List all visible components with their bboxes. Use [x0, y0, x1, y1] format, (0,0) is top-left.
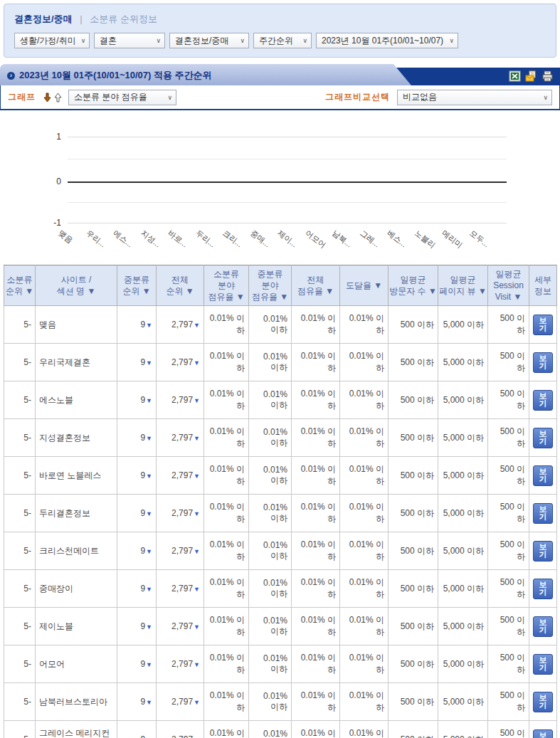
cell-daily-session-visit: 500 이하 [488, 457, 529, 495]
filter-panel: 결혼정보/중매 | 소분류 순위정보 생활/가정/취미∨ 결혼∨ 결혼정보/중매… [4, 4, 556, 58]
cell-total-share: 0.01% 이하 [292, 645, 340, 683]
cell-total-rank: 2,797▼ [157, 419, 204, 457]
cell-daily-pageviews: 5,000 이하 [438, 532, 488, 570]
sort-desc-arrow-icon[interactable] [43, 93, 52, 102]
tab-separator: | [80, 14, 82, 24]
sort-asc-arrow-icon[interactable] [53, 93, 63, 102]
view-detail-button[interactable]: 보기 [533, 390, 553, 411]
column-header[interactable]: 일평균방문자 수 ▼ [389, 265, 438, 306]
column-header[interactable]: 세부정보 [529, 265, 557, 306]
mail-icon[interactable] [525, 70, 537, 82]
cell-daily-visitors: 500 이하 [389, 570, 438, 608]
table-row: 5-중매장이9▼2,797▼0.01% 이하0.01% 이하0.01% 이하0.… [4, 570, 557, 608]
view-detail-button[interactable]: 보기 [533, 428, 553, 448]
view-detail-button[interactable]: 보기 [533, 503, 553, 524]
cell-daily-visitors: 500 이하 [389, 608, 438, 645]
table-row: 5-맺음9▼2,797▼0.01% 이하0.01% 이하0.01% 이하0.01… [4, 306, 557, 344]
down-triangle-icon: ▼ [194, 548, 200, 555]
excel-icon[interactable] [509, 70, 521, 82]
x-axis-label: 에스... [111, 228, 135, 250]
cell-site-name: 지성결혼정보 [36, 419, 117, 457]
cell-daily-pageviews: 5,000 이하 [438, 344, 488, 381]
cell-total-rank: 2,797▼ [157, 721, 204, 738]
cell-mid-rank: 9▼ [117, 419, 157, 457]
select-week[interactable]: 2023년 10월 01주(10/01~10/07)∨ [316, 33, 458, 48]
cell-mid-share: 0.01% 이하 [249, 381, 292, 419]
column-header[interactable]: 전체점유율 ▼ [292, 265, 340, 306]
gridline [68, 159, 507, 159]
column-header[interactable]: 도달율 ▼ [340, 265, 389, 306]
cell-sub-share: 0.01% 이하 [204, 570, 249, 608]
cell-detail: 보기 [529, 721, 557, 738]
cell-mid-rank: 9▼ [117, 645, 157, 683]
tab-category-current[interactable]: 결혼정보/중매 [14, 14, 73, 24]
cell-daily-pageviews: 5,000 이하 [438, 608, 488, 645]
cell-reach: 0.01% 이하 [340, 419, 389, 457]
select-top-category[interactable]: 생활/가정/취미∨ [14, 33, 90, 48]
cell-total-rank: 2,797▼ [157, 683, 204, 721]
x-axis-label: 남북... [330, 228, 354, 250]
select-sub-category-value: 결혼정보/중매 [175, 35, 228, 47]
tab-subcategory-rank-info[interactable]: 소분류 순위정보 [90, 14, 157, 24]
column-header[interactable]: 소분류분야점유율 ▼ [204, 265, 249, 306]
cell-daily-pageviews: 5,000 이하 [438, 306, 488, 344]
graph-sort-arrows [43, 93, 63, 102]
cell-detail: 보기 [529, 306, 557, 344]
cell-sub-share: 0.01% 이하 [204, 457, 249, 495]
x-axis-label: 바로... [166, 228, 190, 250]
column-header[interactable]: 일평균페이지 뷰 ▼ [438, 265, 488, 306]
view-detail-button[interactable]: 보기 [533, 465, 553, 486]
cell-sub-rank: 5- [4, 306, 36, 344]
chevron-down-icon: ∨ [167, 94, 172, 101]
cell-site-name: 바로연 노블레스 [36, 457, 117, 495]
cell-detail: 보기 [529, 419, 557, 457]
select-mid-category[interactable]: 결혼∨ [94, 33, 165, 48]
column-header[interactable]: 중분류분야점유율 ▼ [249, 265, 292, 306]
cell-mid-rank: 9▼ [117, 495, 157, 532]
select-sub-category[interactable]: 결혼정보/중매∨ [169, 33, 249, 48]
cell-sub-share: 0.01% 이하 [204, 645, 249, 683]
cell-daily-visitors: 500 이하 [389, 419, 438, 457]
y-axis-tick: 1 [41, 132, 61, 142]
graph-compare-select[interactable]: 비교없음∨ [397, 90, 552, 105]
print-icon[interactable] [541, 70, 554, 82]
cell-mid-rank: 9▼ [117, 570, 157, 608]
graph-metric-select[interactable]: 소분류 분야 점유율∨ [68, 90, 176, 105]
cell-reach: 0.01% 이하 [340, 381, 389, 419]
view-detail-button[interactable]: 보기 [533, 579, 553, 599]
cell-sub-share: 0.01% 이하 [204, 495, 249, 532]
select-mid-category-value: 결혼 [100, 35, 117, 47]
down-triangle-icon: ▼ [146, 359, 152, 367]
cell-detail: 보기 [529, 645, 557, 683]
cell-sub-rank: 5- [4, 457, 36, 495]
cell-sub-share: 0.01% 이하 [204, 721, 249, 738]
down-triangle-icon: ▼ [194, 397, 200, 404]
down-triangle-icon: ▼ [194, 322, 200, 329]
down-triangle-icon: ▼ [146, 586, 152, 593]
column-header[interactable]: 일평균SessionVisit ▼ [488, 265, 529, 306]
view-detail-button[interactable]: 보기 [533, 315, 553, 335]
select-rank-period-type[interactable]: 주간순위∨ [253, 33, 312, 48]
cell-mid-rank: 9▼ [117, 683, 157, 721]
table-row: 5-어모어9▼2,797▼0.01% 이하0.01% 이하0.01% 이하0.0… [4, 645, 557, 683]
cell-daily-pageviews: 5,000 이하 [438, 419, 488, 457]
cell-daily-visitors: 500 이하 [389, 532, 438, 570]
column-header[interactable]: 중분류순위 ▼ [117, 265, 157, 306]
view-detail-button[interactable]: 보기 [533, 541, 553, 562]
view-detail-button[interactable]: 보기 [533, 729, 553, 738]
table-row: 5-크리스천메이트9▼2,797▼0.01% 이하0.01% 이하0.01% 이… [4, 532, 557, 570]
cell-site-name: 중매장이 [36, 570, 117, 608]
view-detail-button[interactable]: 보기 [533, 692, 553, 712]
cell-total-rank: 2,797▼ [157, 457, 204, 495]
gridline [68, 137, 507, 137]
column-header[interactable]: 사이트 /섹션 명 ▼ [36, 265, 117, 306]
cell-mid-share: 0.01% 이하 [249, 419, 292, 457]
column-header[interactable]: 소분류순위 ▼ [4, 265, 36, 306]
view-detail-button[interactable]: 보기 [533, 616, 553, 637]
cell-total-share: 0.01% 이하 [292, 495, 340, 532]
cell-detail: 보기 [529, 344, 557, 381]
column-header[interactable]: 전체순위 ▼ [157, 265, 204, 306]
view-detail-button[interactable]: 보기 [533, 352, 553, 373]
down-triangle-icon: ▼ [146, 623, 152, 631]
view-detail-button[interactable]: 보기 [533, 654, 553, 675]
